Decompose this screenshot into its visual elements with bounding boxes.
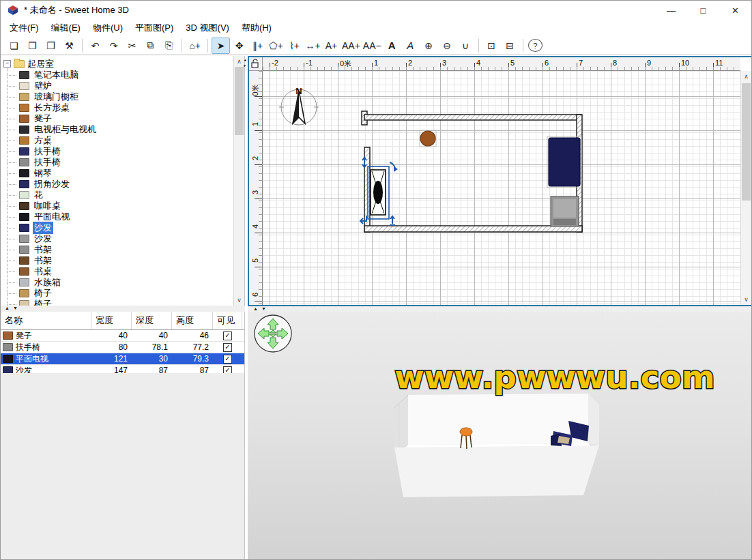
compass[interactable]: N xyxy=(279,86,319,125)
plan-scrollbar[interactable]: ∧ ∨ xyxy=(740,71,751,305)
plan-furniture-stool[interactable] xyxy=(420,130,436,147)
plan-furniture-armchair[interactable] xyxy=(551,196,579,226)
catalog-item-21[interactable]: 椅子 xyxy=(1,299,244,306)
catalog-item-19[interactable]: 水族箱 xyxy=(1,277,244,288)
view-3d-canvas[interactable]: www.pwwwu.com xyxy=(248,312,752,560)
table-row-2[interactable]: 平面电视1213079.3✓ xyxy=(1,353,244,365)
table-row-0[interactable]: 凳子404046✓ xyxy=(1,330,244,342)
catalog-item-17[interactable]: 书架 xyxy=(1,255,244,266)
visible-checkbox[interactable]: ✓ xyxy=(223,355,232,364)
navigation-widget[interactable] xyxy=(255,315,291,352)
scroll-down-icon[interactable]: ∨ xyxy=(234,295,244,306)
visible-checkbox[interactable]: ✓ xyxy=(223,343,232,352)
create-rooms-button[interactable]: ⬠+ xyxy=(267,38,285,54)
menu-item-1[interactable]: 编辑(E) xyxy=(45,20,87,36)
catalog-item-2[interactable]: 玻璃门橱柜 xyxy=(1,91,244,102)
vertical-splitter[interactable]: ◂ ▸ xyxy=(242,57,248,68)
menu-item-5[interactable]: 帮助(H) xyxy=(235,20,278,36)
catalog-item-10[interactable]: 拐角沙发 xyxy=(1,179,244,190)
catalog-item-16[interactable]: 书架 xyxy=(1,244,244,255)
column-header-3[interactable]: 高度 xyxy=(172,312,213,329)
paste-button[interactable]: ⎘ xyxy=(160,38,178,54)
split-up-icon[interactable]: ▲ xyxy=(5,306,10,311)
open-button[interactable]: ❐ xyxy=(23,38,42,54)
split-down-icon[interactable]: ▼ xyxy=(13,306,18,311)
catalog-root-living-room[interactable]: − 起居室 xyxy=(1,56,244,70)
catalog-scrollbar[interactable]: ∧ ∨ xyxy=(233,56,244,306)
preferences-button[interactable]: ⚒ xyxy=(60,38,78,54)
redo-button[interactable]: ↷ xyxy=(104,38,123,54)
catalog-item-0[interactable]: 笔记本电脑 xyxy=(1,70,244,80)
menu-item-2[interactable]: 物件(U) xyxy=(87,20,129,36)
catalog-item-5[interactable]: 电视柜与电视机 xyxy=(1,124,244,135)
create-polylines-button[interactable]: ⌇+ xyxy=(285,38,304,54)
create-dimensions-button[interactable]: ↔+ xyxy=(304,38,322,54)
catalog-item-11[interactable]: 花 xyxy=(1,190,244,201)
view-3d-panel[interactable]: www.pwwwu.com xyxy=(248,312,752,559)
menu-item-0[interactable]: 文件(F) xyxy=(3,20,45,36)
increase-text-size-button[interactable]: AA+ xyxy=(341,38,362,54)
zoom-in-button[interactable]: ⊕ xyxy=(420,38,438,54)
decrease-text-size-button[interactable]: AA− xyxy=(362,38,383,54)
select-button[interactable]: ➤ xyxy=(212,38,230,54)
maximize-button[interactable]: □ xyxy=(687,1,719,20)
scroll-down-icon[interactable]: ∨ xyxy=(741,294,751,305)
catalog-item-20[interactable]: 椅子 xyxy=(1,288,244,299)
visible-checkbox[interactable]: ✓ xyxy=(223,331,232,340)
furniture-icon xyxy=(19,93,29,101)
help-button[interactable]: ? xyxy=(528,39,543,52)
bold-button[interactable]: A xyxy=(383,38,401,54)
column-header-4[interactable]: 可见 xyxy=(213,312,242,329)
create-walls-button[interactable]: ∥+ xyxy=(248,38,267,54)
plan-drawing[interactable]: N xyxy=(263,71,740,305)
catalog-item-6[interactable]: 方桌 xyxy=(1,135,244,146)
split-left-icon[interactable]: ◂ xyxy=(242,57,248,63)
copy-button[interactable]: ⧉ xyxy=(141,38,160,54)
video-button[interactable]: ⊟ xyxy=(501,38,519,54)
menu-item-4[interactable]: 3D 视图(V) xyxy=(179,20,235,36)
unlock-icon[interactable] xyxy=(249,57,261,70)
catalog-item-3[interactable]: 长方形桌 xyxy=(1,102,244,113)
catalog-item-4[interactable]: 凳子 xyxy=(1,113,244,124)
plan-canvas[interactable]: N xyxy=(263,71,740,305)
catalog-item-15[interactable]: 沙发 xyxy=(1,233,244,244)
plan-view-panel[interactable]: -2-10米1234567891011 0米123456 xyxy=(248,56,752,306)
add-text-button[interactable]: A+ xyxy=(322,38,341,54)
tree-collapse-icon[interactable]: − xyxy=(3,60,11,68)
pan-button[interactable]: ✥ xyxy=(230,38,248,54)
right-split-divider[interactable]: ▲ ▼ xyxy=(248,306,752,312)
catalog-item-18[interactable]: 书桌 xyxy=(1,266,244,277)
table-row-1[interactable]: 扶手椅8078.177.2✓ xyxy=(1,342,244,353)
undo-button[interactable]: ↶ xyxy=(86,38,104,54)
catalog-item-1[interactable]: 壁炉 xyxy=(1,80,244,91)
new-home-button[interactable]: ❏ xyxy=(5,38,23,54)
column-header-0[interactable]: 名称 xyxy=(1,312,91,329)
menu-item-3[interactable]: 平面图(P) xyxy=(129,20,179,36)
scrollbar-thumb[interactable] xyxy=(235,67,244,135)
virtual-visit-button[interactable]: ∪ xyxy=(457,38,475,54)
furniture-catalog-panel[interactable]: − 起居室 笔记本电脑壁炉玻璃门橱柜长方形桌凳子电视柜与电视机方桌扶手椅扶手椅钢… xyxy=(1,56,245,306)
column-header-1[interactable]: 宽度 xyxy=(91,312,132,329)
split-down-icon[interactable]: ▼ xyxy=(261,306,266,312)
scrollbar-thumb[interactable] xyxy=(742,83,751,201)
cut-button[interactable]: ✂ xyxy=(123,38,141,54)
minimize-button[interactable]: — xyxy=(655,1,687,20)
catalog-item-12[interactable]: 咖啡桌 xyxy=(1,201,244,211)
left-split-divider[interactable]: ▲ ▼ xyxy=(1,306,245,312)
plan-furniture-sofa[interactable] xyxy=(547,136,581,188)
catalog-item-8[interactable]: 扶手椅 xyxy=(1,157,244,168)
catalog-item-14[interactable]: 沙发 xyxy=(1,222,244,233)
catalog-item-9[interactable]: 钢琴 xyxy=(1,168,244,179)
column-header-2[interactable]: 深度 xyxy=(132,312,172,329)
zoom-out-button[interactable]: ⊖ xyxy=(438,38,457,54)
split-up-icon[interactable]: ▲ xyxy=(253,306,258,312)
add-furniture-button[interactable]: ⌂+ xyxy=(186,38,204,54)
italic-button[interactable]: A xyxy=(401,38,420,54)
catalog-item-13[interactable]: 平面电视 xyxy=(1,211,244,222)
split-right-icon[interactable]: ▸ xyxy=(242,63,248,68)
close-button[interactable]: ✕ xyxy=(719,1,751,20)
photo-button[interactable]: ⊡ xyxy=(482,38,501,54)
catalog-item-7[interactable]: 扶手椅 xyxy=(1,146,244,157)
scroll-up-icon[interactable]: ∧ xyxy=(741,71,751,82)
save-button[interactable]: ❒ xyxy=(42,38,60,54)
